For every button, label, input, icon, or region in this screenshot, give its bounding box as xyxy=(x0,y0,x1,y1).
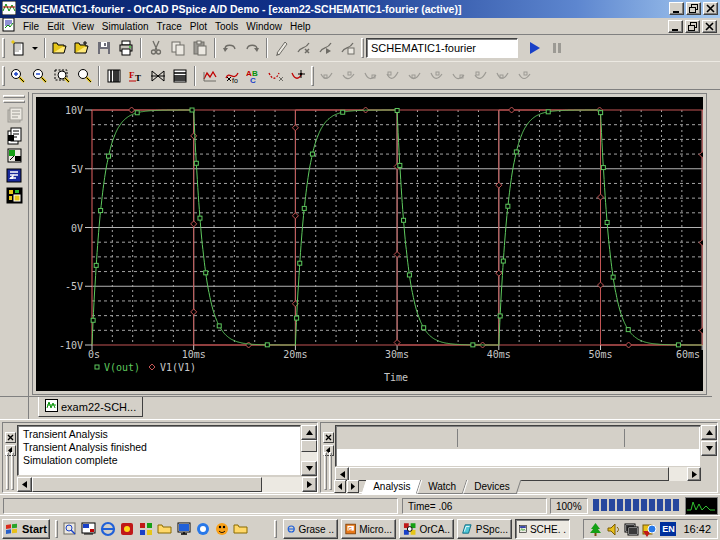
output-gripper2[interactable] xyxy=(11,452,14,490)
taskbar-task-4[interactable]: SCHE. . xyxy=(515,519,570,539)
scroll-left-icon2[interactable] xyxy=(335,467,349,481)
tab-scroll-right-icon[interactable] xyxy=(347,480,359,493)
scroll-right-icon2[interactable] xyxy=(687,467,701,481)
toolbar-gripper-x[interactable] xyxy=(311,66,314,86)
redo-icon[interactable] xyxy=(241,37,263,59)
cut-icon[interactable] xyxy=(145,37,167,59)
app-icon[interactable] xyxy=(2,1,16,17)
title-bar[interactable]: SCHEMATIC1-fourier - OrCAD PSpice A/D De… xyxy=(0,0,720,18)
start-button[interactable]: Start xyxy=(2,519,50,539)
cursor-peak-icon[interactable] xyxy=(316,65,338,87)
scroll-up-icon[interactable] xyxy=(301,425,317,440)
copy-icon[interactable] xyxy=(167,37,189,59)
menu-plot[interactable]: Plot xyxy=(186,19,211,34)
scroll-thumb-h2[interactable] xyxy=(349,467,669,481)
side-toolbar-gripper2[interactable] xyxy=(3,100,25,103)
toggle-cursor-icon[interactable] xyxy=(265,65,287,87)
cursor-min-icon[interactable] xyxy=(382,65,404,87)
simulation-output-list[interactable]: Transient AnalysisTransient Analysis fin… xyxy=(17,425,301,476)
zoom-area-icon[interactable] xyxy=(51,65,73,87)
tray-shield-icon[interactable] xyxy=(642,522,657,537)
view-simulation-messages-icon[interactable] xyxy=(4,165,26,187)
cursor-assoc-icon[interactable] xyxy=(514,65,536,87)
tab-analysis[interactable]: Analysis xyxy=(362,480,422,494)
menu-tools[interactable]: Tools xyxy=(211,19,242,34)
taskbar-task-2[interactable]: OrCA.. xyxy=(399,519,454,539)
new-document-icon[interactable] xyxy=(7,37,29,59)
ql-ie-icon[interactable] xyxy=(99,520,116,537)
output-close-icon[interactable] xyxy=(5,432,16,443)
menu-edit[interactable]: Edit xyxy=(43,19,68,34)
tray-tree-icon[interactable] xyxy=(588,522,603,537)
ql-desktop-icon[interactable] xyxy=(80,520,97,537)
minimize-button[interactable] xyxy=(669,2,684,15)
ql-orange-ball-icon[interactable] xyxy=(213,520,230,537)
language-indicator[interactable]: EN xyxy=(660,522,676,536)
tray-speaker-icon[interactable] xyxy=(606,522,621,537)
edit-profile-icon[interactable] xyxy=(293,37,315,59)
scroll-left-icon[interactable] xyxy=(17,477,32,492)
status-close-icon[interactable] xyxy=(323,432,334,443)
output-horizontal-scrollbar[interactable] xyxy=(17,477,317,492)
view-simulation-queue-icon[interactable] xyxy=(4,105,26,127)
cursor-next-transition-icon[interactable] xyxy=(470,65,492,87)
scroll-down-icon[interactable] xyxy=(301,461,317,476)
toolbar-gripper[interactable] xyxy=(2,38,5,58)
open-folder-icon[interactable] xyxy=(49,37,71,59)
probe-plot-window[interactable]: 10V5V0V-5V-10V0s10ms20ms30ms40ms50ms60ms… xyxy=(33,94,706,394)
toolbar-gripper-3[interactable] xyxy=(2,66,5,86)
fourier-icon[interactable]: FT xyxy=(125,65,147,87)
paste-icon[interactable] xyxy=(189,37,211,59)
performance-analysis-icon[interactable] xyxy=(147,65,169,87)
view-netlist-icon[interactable] xyxy=(337,37,359,59)
status-gripper[interactable] xyxy=(324,452,327,490)
status-gripper2[interactable] xyxy=(329,452,332,490)
ql-media-red-icon[interactable] xyxy=(118,520,135,537)
restore-button[interactable] xyxy=(686,2,701,15)
output-gripper[interactable] xyxy=(6,452,9,490)
run-simulation-icon[interactable] xyxy=(524,37,546,59)
menu-window[interactable]: Window xyxy=(242,19,286,34)
side-toolbar-gripper[interactable] xyxy=(3,95,25,98)
document-tab[interactable]: exam22-SCH... xyxy=(38,397,143,417)
cursor-slope-icon[interactable] xyxy=(360,65,382,87)
scroll-right-icon[interactable] xyxy=(302,477,317,492)
scroll-thumb[interactable] xyxy=(301,440,317,452)
menu-view[interactable]: View xyxy=(68,19,98,34)
print-icon[interactable] xyxy=(115,37,137,59)
view-output-file-icon[interactable] xyxy=(4,125,26,147)
waveform-plot[interactable]: 10V5V0V-5V-10V0s10ms20ms30ms40ms50ms60ms… xyxy=(36,97,703,391)
view-simulation-status-icon[interactable] xyxy=(4,145,26,167)
ql-folder2-icon[interactable] xyxy=(232,520,249,537)
child-close-button[interactable] xyxy=(702,20,717,33)
scroll-down-icon2[interactable] xyxy=(701,441,717,456)
taskbar-task-3[interactable]: PSpc... xyxy=(457,519,512,539)
ql-monitor-icon[interactable] xyxy=(175,520,192,537)
close-button[interactable] xyxy=(703,2,718,15)
log-x-axis-icon[interactable] xyxy=(103,65,125,87)
simulation-profile-combobox[interactable]: SCHEMATIC1-fourier xyxy=(366,38,518,58)
eval-goal-function-icon[interactable]: fo xyxy=(221,65,243,87)
status-horizontal-scrollbar[interactable] xyxy=(335,467,701,481)
tab-scroll-left-icon[interactable] xyxy=(334,480,346,493)
undo-icon[interactable] xyxy=(219,37,241,59)
taskbar-task-1[interactable]: GMicro... xyxy=(341,519,396,539)
ql-suite-icon[interactable] xyxy=(137,520,154,537)
tray-display-icon[interactable] xyxy=(624,522,639,537)
toolbar-gripper-2[interactable] xyxy=(361,38,364,58)
zoom-in-icon[interactable] xyxy=(7,65,29,87)
menu-help[interactable]: Help xyxy=(286,19,315,34)
status-vertical-scrollbar[interactable] xyxy=(701,425,717,458)
output-vertical-scrollbar[interactable] xyxy=(301,425,317,476)
new-dropdown-icon[interactable] xyxy=(29,37,41,59)
menu-simulation[interactable]: Simulation xyxy=(98,19,153,34)
scroll-thumb-h[interactable] xyxy=(32,477,262,492)
append-file-icon[interactable] xyxy=(71,37,93,59)
menu-file[interactable]: File xyxy=(19,19,43,34)
new-profile-icon[interactable] xyxy=(271,37,293,59)
run-profile-icon[interactable] xyxy=(315,37,337,59)
scroll-up-icon2[interactable] xyxy=(701,425,717,440)
ql-browser-blue-icon[interactable] xyxy=(194,520,211,537)
tab-watch[interactable]: Watch xyxy=(417,480,468,494)
tab-devices[interactable]: Devices xyxy=(463,480,521,494)
